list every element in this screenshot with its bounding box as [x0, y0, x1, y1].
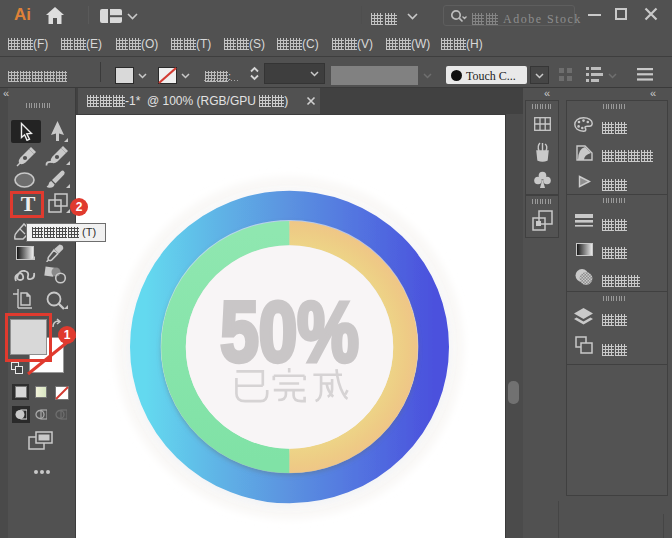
svg-text:50%: 50%	[220, 284, 359, 378]
